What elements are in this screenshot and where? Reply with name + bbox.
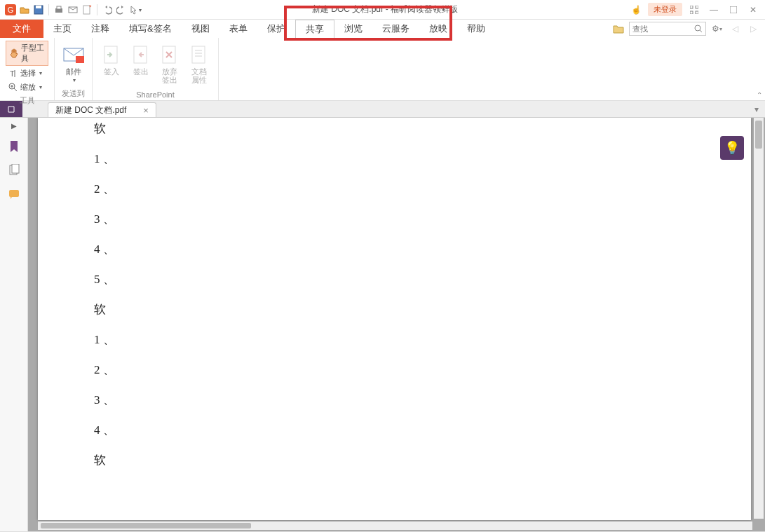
search-input[interactable] <box>632 25 694 33</box>
menu-browse[interactable]: 浏览 <box>334 20 372 38</box>
menu-protect[interactable]: 保护 <box>257 20 295 38</box>
ribbon-group-sharepoint: 签入 签出 放弃 签出 文档 属性 SharePoint <box>93 38 219 100</box>
quick-access-toolbar: G * ▾ <box>4 4 142 16</box>
main-area: ▶ 软 1 、 2 、 3 、 4 、 5 、 软 1 、 2 、 3 、 4 … <box>0 118 765 531</box>
hand-tool[interactable]: 手型工具 <box>6 41 48 66</box>
horizontal-scrollbar[interactable] <box>38 521 752 530</box>
pages-panel-icon[interactable] <box>7 163 21 177</box>
title-controls: ☝ 未登录 ― ✕ <box>628 3 761 16</box>
mail-large-icon <box>62 43 85 66</box>
window-title: 新建 DOC 文档.pdf - 福昕阅读器领鲜版 <box>142 4 628 15</box>
checkout-icon <box>130 43 152 66</box>
close-tab-icon[interactable]: × <box>143 105 149 116</box>
open-icon[interactable] <box>18 4 31 16</box>
maximize-button[interactable] <box>726 4 741 16</box>
checkin-icon <box>100 43 123 66</box>
svg-rect-5 <box>57 6 61 9</box>
redo-icon[interactable] <box>115 4 128 16</box>
menu-cloud[interactable]: 云服务 <box>372 20 419 38</box>
page-text: 软 <box>94 452 695 468</box>
menu-slideshow[interactable]: 放映 <box>419 20 457 38</box>
menu-help[interactable]: 帮助 <box>457 20 495 38</box>
file-menu[interactable]: 文件 <box>0 20 43 38</box>
nav-next-icon[interactable]: ▷ <box>745 22 761 35</box>
bookmark-panel-icon[interactable] <box>7 139 21 154</box>
search-icon[interactable] <box>694 25 703 33</box>
page-text: 2 、 <box>94 362 695 378</box>
zoom-icon <box>8 83 18 93</box>
document-tab-strip: 新建 DOC 文档.pdf × ▾ <box>0 101 765 118</box>
close-button[interactable]: ✕ <box>745 4 761 16</box>
svg-rect-13 <box>696 11 698 14</box>
svg-point-15 <box>695 25 700 31</box>
comments-panel-icon[interactable] <box>7 187 21 201</box>
menu-form[interactable]: 表单 <box>219 20 257 38</box>
text-select-icon: T <box>8 69 18 79</box>
svg-rect-3 <box>36 6 41 8</box>
ribbon-group-send: 邮件 ▾ 发送到 <box>55 38 93 100</box>
select-tool[interactable]: T 选择 ▾ <box>6 67 48 80</box>
settings-gear-icon[interactable]: ⚙▾ <box>709 22 724 35</box>
page-text: 3 、 <box>94 211 695 227</box>
new-icon[interactable]: * <box>81 4 93 16</box>
properties-icon <box>188 43 210 66</box>
svg-rect-35 <box>9 190 19 197</box>
tab-overflow-icon[interactable]: ▾ <box>748 101 765 117</box>
menu-share[interactable]: 共享 <box>295 20 334 38</box>
hand-point-icon[interactable]: ☝ <box>628 4 644 16</box>
mail-button[interactable]: 邮件 ▾ <box>60 41 86 87</box>
ribbon-group-tools: 手型工具 T 选择 ▾ 缩放 ▾ 工具 <box>0 38 55 100</box>
document-tab[interactable]: 新建 DOC 文档.pdf × <box>48 102 156 117</box>
menu-comment[interactable]: 注释 <box>81 20 119 38</box>
svg-rect-10 <box>690 6 693 8</box>
svg-text:G: G <box>8 6 14 14</box>
zoom-tool[interactable]: 缩放 ▾ <box>6 81 48 94</box>
menu-view[interactable]: 视图 <box>182 20 219 38</box>
svg-text:T: T <box>10 69 15 78</box>
sidebar-expand-icon[interactable]: ▶ <box>11 122 17 130</box>
app-logo-icon: G <box>4 4 17 16</box>
menu-bar: 文件 主页 注释 填写&签名 视图 表单 保护 共享 浏览 云服务 放映 帮助 … <box>0 20 765 38</box>
print-icon[interactable] <box>53 4 65 16</box>
svg-rect-12 <box>690 11 693 14</box>
document-tab-label: 新建 DOC 文档.pdf <box>55 104 126 116</box>
folder-search-icon[interactable] <box>611 22 626 35</box>
sidebar: ▶ <box>0 118 28 531</box>
page-text: 2 、 <box>94 181 695 197</box>
page-text: 3 、 <box>94 392 695 408</box>
menu-home[interactable]: 主页 <box>43 20 81 38</box>
svg-text:*: * <box>89 5 92 11</box>
doc-properties-button: 文档 属性 <box>186 41 212 89</box>
collapse-ribbon-icon[interactable]: ⌃ <box>757 91 762 99</box>
cursor-dropdown-icon[interactable]: ▾ <box>129 4 142 16</box>
undo-icon[interactable] <box>101 4 114 16</box>
svg-line-20 <box>14 88 17 91</box>
page-text: 5 、 <box>94 271 695 287</box>
dropdown-arrow-icon: ▾ <box>73 77 76 83</box>
menu-fillsign[interactable]: 填写&签名 <box>119 20 182 38</box>
pdf-page: 软 1 、 2 、 3 、 4 、 5 、 软 1 、 2 、 3 、 4 、 … <box>38 118 751 520</box>
svg-rect-24 <box>76 56 84 63</box>
discard-checkout-button: 放弃 签出 <box>157 41 184 89</box>
checkout-button: 签出 <box>128 41 154 89</box>
hint-bulb-button[interactable]: 💡 <box>720 136 744 160</box>
nav-prev-icon[interactable]: ◁ <box>727 22 743 35</box>
minimize-button[interactable]: ― <box>706 4 722 16</box>
dropdown-arrow-icon: ▾ <box>39 70 42 76</box>
discard-icon <box>158 43 181 66</box>
svg-line-16 <box>700 30 702 32</box>
fullscreen-icon[interactable] <box>686 4 702 16</box>
svg-rect-28 <box>192 46 205 63</box>
page-text: 软 <box>94 121 695 137</box>
save-icon[interactable] <box>32 4 45 16</box>
vertical-scrollbar[interactable] <box>754 118 764 519</box>
page-text: 4 、 <box>94 422 695 438</box>
hand-icon <box>9 48 19 58</box>
mail-icon[interactable] <box>67 4 79 16</box>
login-status[interactable]: 未登录 <box>648 3 682 16</box>
document-viewport[interactable]: 软 1 、 2 、 3 、 4 、 5 、 软 1 、 2 、 3 、 4 、 … <box>28 118 765 531</box>
page-text: 1 、 <box>94 332 695 348</box>
search-box[interactable] <box>629 22 706 36</box>
page-text: 4 、 <box>94 241 695 257</box>
dropdown-arrow-icon: ▾ <box>39 84 42 90</box>
